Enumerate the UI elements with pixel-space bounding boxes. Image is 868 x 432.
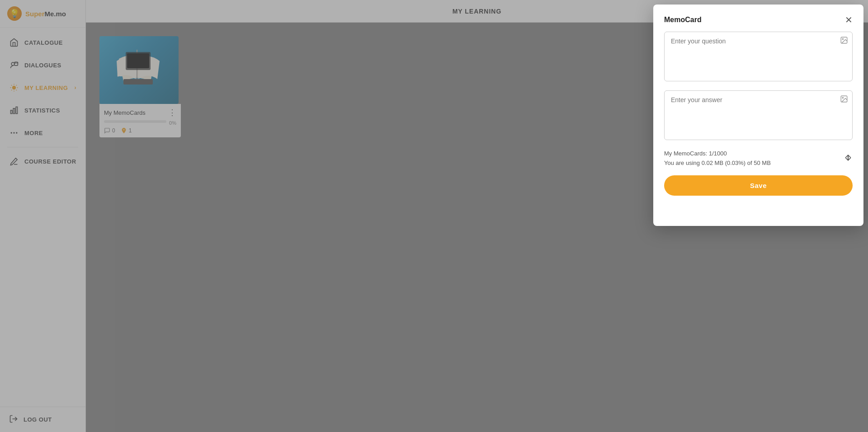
modal-title: MemoCard — [664, 16, 702, 24]
memocard-modal: MemoCard ✕ — [653, 5, 863, 226]
memocards-count: My MemoCards: 1/1000 — [664, 149, 771, 159]
question-wrapper — [664, 32, 853, 83]
sort-icon[interactable] — [844, 153, 853, 164]
answer-wrapper — [664, 90, 853, 142]
modal-info-text: My MemoCards: 1/1000 You are using 0.02 … — [664, 149, 771, 168]
modal-overlay: MemoCard ✕ — [0, 0, 868, 432]
save-button[interactable]: Save — [664, 175, 853, 196]
answer-media-icon[interactable] — [840, 95, 848, 105]
modal-info-row: My MemoCards: 1/1000 You are using 0.02 … — [664, 149, 853, 168]
svg-point-25 — [842, 38, 843, 39]
question-input[interactable] — [664, 32, 853, 81]
modal-header: MemoCard ✕ — [664, 15, 853, 24]
svg-point-27 — [842, 97, 843, 98]
modal-close-button[interactable]: ✕ — [845, 15, 853, 24]
question-media-icon[interactable] — [840, 36, 848, 46]
storage-info: You are using 0.02 MB (0.03%) of 50 MB — [664, 159, 771, 168]
answer-input[interactable] — [664, 90, 853, 140]
